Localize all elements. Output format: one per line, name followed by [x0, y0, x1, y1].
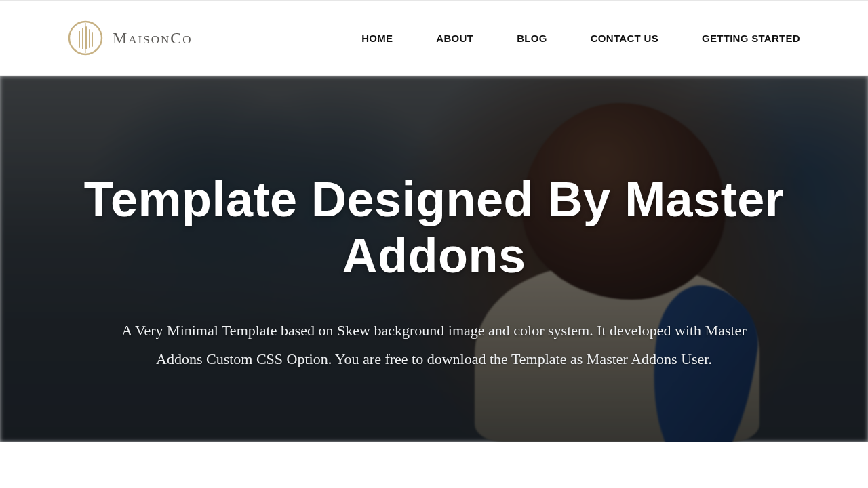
nav-home[interactable]: HOME [361, 33, 393, 44]
brand-logo[interactable]: MaisonCo [68, 20, 193, 56]
nav-contact-us[interactable]: CONTACT US [591, 33, 658, 44]
nav-getting-started[interactable]: GETTING STARTED [702, 33, 800, 44]
brand-name: MaisonCo [113, 29, 193, 47]
hero-content: Template Designed By Master Addons A Ver… [81, 144, 787, 373]
nav-about[interactable]: ABOUT [436, 33, 473, 44]
primary-nav: HOME ABOUT BLOG CONTACT US GETTING START… [361, 33, 800, 44]
hero-title: Template Designed By Master Addons [81, 171, 787, 284]
below-hero-spacer [0, 442, 868, 488]
site-header: MaisonCo HOME ABOUT BLOG CONTACT US GETT… [0, 0, 868, 76]
hero-section: Template Designed By Master Addons A Ver… [0, 76, 868, 442]
nav-blog[interactable]: BLOG [517, 33, 547, 44]
brand-mark-icon [68, 20, 103, 56]
hero-subtitle: A Very Minimal Template based on Skew ba… [98, 317, 770, 373]
